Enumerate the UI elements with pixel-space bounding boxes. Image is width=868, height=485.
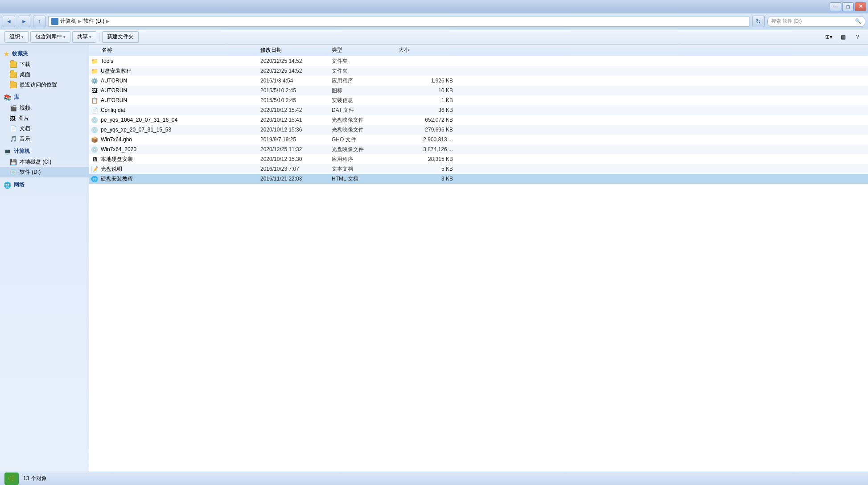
breadcrumb[interactable]: 计算机 ▶ 软件 (D:) ▶ [48,16,749,27]
share-arrow: ▾ [89,35,91,39]
library-header[interactable]: 📚 库 [0,92,89,103]
file-name: AUTORUN [101,78,127,84]
view-toggle-button[interactable]: ⊞ ▾ [823,32,835,42]
col-header-type[interactable]: 类型 [332,46,399,54]
file-name: Config.dat [101,107,125,113]
file-name: 光盘说明 [101,165,122,173]
table-row[interactable]: ⚙️ AUTORUN 2016/1/8 4:54 应用程序 1,926 KB [89,76,868,86]
file-type: 文本文档 [332,165,399,173]
file-name: Win7x64_2020 [101,146,136,152]
sidebar-item-downloads[interactable]: 下载 [0,59,89,70]
sidebar-item-documents[interactable]: 📄 文档 [0,123,89,134]
sidebar-item-desktop[interactable]: 桌面 [0,70,89,80]
file-icon: 🖼 [91,87,98,94]
col-header-name[interactable]: 名称 [91,46,260,54]
breadcrumb-drive[interactable]: 软件 (D:) [83,17,104,25]
file-name-cell: 💿 pe_yqs_1064_20_07_31_16_04 [91,116,260,123]
folder-icon [10,82,17,88]
computer-header[interactable]: 💻 计算机 [0,146,89,157]
library-label: 库 [14,94,19,101]
sidebar-item-music[interactable]: 🎵 音乐 [0,134,89,144]
sidebar: ★ 收藏夹 下载 桌面 最近访问的位置 📚 库 🎬 [0,45,89,472]
file-name-cell: 📝 光盘说明 [91,165,260,173]
file-icon: 🌐 [91,175,98,182]
file-type: GHO 文件 [332,136,399,144]
toolbar: 组织 ▾ 包含到库中 ▾ 共享 ▾ 新建文件夹 ⊞ ▾ ▤ ? [0,29,868,45]
new-folder-label: 新建文件夹 [107,33,134,41]
preview-icon: ▤ [841,34,846,40]
main-layout: ★ 收藏夹 下载 桌面 最近访问的位置 📚 库 🎬 [0,45,868,472]
include-library-button[interactable]: 包含到库中 ▾ [30,31,70,43]
sidebar-item-recent[interactable]: 最近访问的位置 [0,80,89,90]
c-drive-icon: 💾 [10,159,17,165]
window-controls: — □ ✕ [830,2,866,11]
table-row[interactable]: 💿 pe_yqs_xp_20_07_31_15_53 2020/10/12 15… [89,125,868,135]
breadcrumb-computer[interactable]: 计算机 [60,17,76,25]
sidebar-item-video[interactable]: 🎬 视频 [0,103,89,113]
file-date: 2016/11/21 22:03 [260,176,332,182]
organize-button[interactable]: 组织 ▾ [4,31,29,43]
sidebar-item-documents-label: 文档 [20,125,30,132]
search-icon[interactable]: 🔍 [855,18,861,24]
file-icon: 📋 [91,97,98,104]
table-row[interactable]: 📋 AUTORUN 2015/5/10 2:45 安装信息 1 KB [89,95,868,105]
close-button[interactable]: ✕ [855,2,866,11]
forward-button[interactable]: ► [18,16,30,27]
maximize-button[interactable]: □ [842,2,854,11]
music-icon: 🎵 [10,136,17,142]
computer-icon: 💻 [4,148,11,155]
sidebar-item-d-drive[interactable]: 💿 软件 (D:) [0,167,89,177]
minimize-button[interactable]: — [830,2,841,11]
table-row[interactable]: 📄 Config.dat 2020/10/12 15:42 DAT 文件 36 … [89,105,868,115]
favorites-label: 收藏夹 [12,50,28,58]
organize-label: 组织 [9,33,20,41]
file-date: 2020/12/25 14:52 [260,58,332,64]
file-size: 2,900,813 ... [399,136,457,143]
table-row[interactable]: 📝 光盘说明 2016/10/23 7:07 文本文档 5 KB [89,164,868,174]
favorites-header[interactable]: ★ 收藏夹 [0,48,89,59]
table-row[interactable]: 🖥 本地硬盘安装 2020/10/12 15:30 应用程序 28,315 KB [89,154,868,164]
help-label: ? [856,34,859,40]
search-bar[interactable]: 搜索 软件 (D:) 🔍 [767,16,865,27]
file-type: DAT 文件 [332,107,399,114]
col-header-date[interactable]: 修改日期 [260,46,332,54]
file-date: 2020/10/12 15:30 [260,156,332,162]
file-size: 3 KB [399,176,457,182]
file-icon: 📦 [91,136,98,143]
sidebar-item-pictures-label: 图片 [18,115,29,122]
file-date: 2015/5/10 2:45 [260,87,332,94]
sidebar-item-pictures[interactable]: 🖼 图片 [0,113,89,123]
sidebar-item-c-drive[interactable]: 💾 本地磁盘 (C:) [0,157,89,167]
network-label: 网络 [14,181,25,189]
sidebar-item-downloads-label: 下载 [20,61,30,68]
include-library-label: 包含到库中 [35,33,62,41]
table-row[interactable]: 📁 Tools 2020/12/25 14:52 文件夹 [89,56,868,66]
sidebar-item-d-label: 软件 (D:) [20,169,41,176]
network-header[interactable]: 🌐 网络 [0,179,89,190]
file-icon: 💿 [91,116,98,123]
up-button[interactable]: ↑ [33,16,45,27]
new-folder-button[interactable]: 新建文件夹 [102,31,139,43]
file-type: 光盘映像文件 [332,116,399,124]
organize-arrow: ▾ [21,35,24,39]
table-row[interactable]: 💿 Win7x64_2020 2020/12/25 11:32 光盘映像文件 3… [89,144,868,154]
file-name: 硬盘安装教程 [101,175,133,183]
refresh-button[interactable]: ↻ [752,16,765,27]
table-row[interactable]: 🖼 AUTORUN 2015/5/10 2:45 图标 10 KB [89,86,868,95]
computer-section: 💻 计算机 💾 本地磁盘 (C:) 💿 软件 (D:) [0,146,89,177]
col-header-size[interactable]: 大小 [399,46,457,54]
share-button[interactable]: 共享 ▾ [72,31,96,43]
help-button[interactable]: ? [851,32,864,42]
file-type: 光盘映像文件 [332,126,399,134]
preview-pane-button[interactable]: ▤ [837,32,849,42]
sidebar-item-recent-label: 最近访问的位置 [20,81,57,89]
table-row[interactable]: 💿 pe_yqs_1064_20_07_31_16_04 2020/10/12 … [89,115,868,125]
file-name: AUTORUN [101,97,127,103]
back-button[interactable]: ◄ [3,16,15,27]
table-row[interactable]: 📁 U盘安装教程 2020/12/25 14:52 文件夹 [89,66,868,76]
toolbar-right: ⊞ ▾ ▤ ? [823,32,864,42]
table-row[interactable]: 🌐 硬盘安装教程 2016/11/21 22:03 HTML 文档 3 KB [89,174,868,184]
file-icon: 💿 [91,146,98,153]
network-icon: 🌐 [4,181,11,189]
table-row[interactable]: 📦 Win7x64.gho 2019/9/7 19:25 GHO 文件 2,90… [89,135,868,144]
